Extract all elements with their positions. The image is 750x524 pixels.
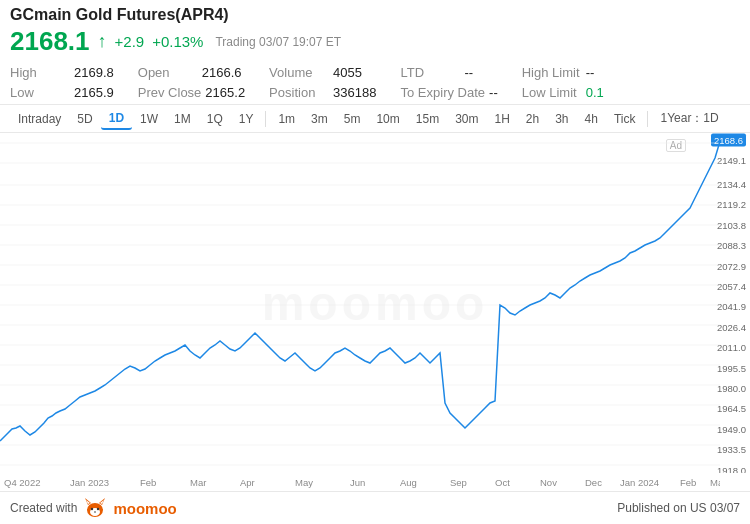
svg-text:Dec: Dec (585, 477, 602, 488)
y-label-15: 1933.5 (717, 444, 746, 455)
position-label: Position (269, 83, 329, 103)
btn-10min[interactable]: 10m (368, 109, 407, 129)
stat-group-open-prev: Open 2166.6 Prev Close 2165.2 (138, 63, 245, 102)
btn-4h[interactable]: 4h (577, 109, 606, 129)
prev-close-value: 2165.2 (205, 83, 245, 103)
svg-point-40 (94, 511, 96, 512)
moomoo-fox-icon (81, 498, 109, 518)
price-arrow-icon: ↑ (98, 31, 107, 52)
low-limit-label: Low Limit (522, 83, 582, 103)
btn-1w[interactable]: 1W (132, 109, 166, 129)
toolbar-separator-2 (647, 111, 648, 127)
svg-text:Oct: Oct (495, 477, 510, 488)
toolbar-separator-1 (265, 111, 266, 127)
y-label-3: 2119.2 (717, 199, 746, 210)
volume-value: 4055 (333, 63, 362, 83)
btn-3h[interactable]: 3h (547, 109, 576, 129)
moomoo-brand: moomoo (113, 500, 176, 517)
svg-point-39 (97, 508, 99, 510)
footer-right: Published on US 03/07 (617, 501, 740, 515)
y-label-14: 1949.0 (717, 423, 746, 434)
y-label-11: 1995.5 (717, 362, 746, 373)
ltd-value: -- (465, 63, 474, 83)
footer: Created with moomoo Pub (0, 491, 750, 524)
to-expiry-value: -- (489, 83, 498, 103)
volume-label: Volume (269, 63, 329, 83)
trading-info: Trading 03/07 19:07 ET (215, 35, 341, 49)
svg-text:Apr: Apr (240, 477, 255, 488)
y-label-2: 2134.4 (717, 179, 746, 190)
y-label-12: 1980.0 (717, 383, 746, 394)
stats-row: High 2169.8 Low 2165.9 Open 2166.6 Prev … (0, 59, 750, 104)
high-label: High (10, 63, 70, 83)
high-limit-label: High Limit (522, 63, 582, 83)
position-value: 336188 (333, 83, 376, 103)
btn-1min[interactable]: 1m (270, 109, 303, 129)
open-label: Open (138, 63, 198, 83)
y-label-13: 1964.5 (717, 403, 746, 414)
btn-1m[interactable]: 1M (166, 109, 199, 129)
btn-intraday[interactable]: Intraday (10, 109, 69, 129)
btn-2h[interactable]: 2h (518, 109, 547, 129)
stat-group-vol-pos: Volume 4055 Position 336188 (269, 63, 376, 102)
moomoo-logo: moomoo (81, 498, 176, 518)
svg-text:Jun: Jun (350, 477, 365, 488)
svg-text:Mar: Mar (710, 477, 720, 488)
prev-close-label: Prev Close (138, 83, 202, 103)
footer-left: Created with moomoo (10, 498, 177, 518)
svg-text:Mar: Mar (190, 477, 206, 488)
btn-15min[interactable]: 15m (408, 109, 447, 129)
chart-toolbar: Intraday 5D 1D 1W 1M 1Q 1Y 1m 3m 5m 10m … (0, 104, 750, 133)
svg-text:Feb: Feb (680, 477, 696, 488)
btn-1d[interactable]: 1D (101, 108, 132, 130)
svg-text:Aug: Aug (400, 477, 417, 488)
y-label-8: 2041.9 (717, 301, 746, 312)
symbol-title: GCmain Gold Futures(APR4) (10, 6, 229, 24)
stat-group-ltd: LTD -- To Expiry Date -- (401, 63, 498, 102)
btn-1y[interactable]: 1Y (231, 109, 262, 129)
svg-text:Nov: Nov (540, 477, 557, 488)
open-value: 2166.6 (202, 63, 242, 83)
x-axis: Q4 2022 Jan 2023 Feb Mar Apr May Jun Aug… (0, 473, 750, 491)
ltd-label: LTD (401, 63, 461, 83)
btn-5d[interactable]: 5D (69, 109, 100, 129)
header-section: GCmain Gold Futures(APR4) 2168.1 ↑ +2.9 … (0, 0, 750, 59)
y-label-5: 2088.3 (717, 240, 746, 251)
price-chart (0, 133, 720, 473)
y-label-7: 2057.4 (717, 281, 746, 292)
btn-1h[interactable]: 1H (486, 109, 517, 129)
y-label-9: 2026.4 (717, 321, 746, 332)
btn-3min[interactable]: 3m (303, 109, 336, 129)
btn-30min[interactable]: 30m (447, 109, 486, 129)
svg-text:Sep: Sep (450, 477, 467, 488)
chart-container: moomoo Ad 2168.6 2149.1 2134.4 2119.2 21… (0, 133, 750, 473)
svg-point-38 (91, 508, 93, 510)
y-label-10: 2011.0 (717, 342, 746, 353)
btn-1q[interactable]: 1Q (199, 109, 231, 129)
btn-1year-1d[interactable]: 1Year：1D (652, 107, 726, 130)
to-expiry-label: To Expiry Date (401, 83, 486, 103)
svg-text:Jan 2023: Jan 2023 (70, 477, 109, 488)
stat-group-high-low: High 2169.8 Low 2165.9 (10, 63, 114, 102)
y-label-16: 1918.0 (717, 464, 746, 473)
price-change-pct: +0.13% (152, 33, 203, 50)
high-limit-value: -- (586, 63, 595, 83)
high-value: 2169.8 (74, 63, 114, 83)
y-label-4: 2103.8 (717, 219, 746, 230)
main-price: 2168.1 (10, 26, 90, 57)
y-label-1: 2149.1 (717, 155, 746, 166)
low-label: Low (10, 83, 70, 103)
price-change: +2.9 (115, 33, 145, 50)
stat-group-limits: High Limit -- Low Limit 0.1 (522, 63, 604, 102)
svg-text:Q4 2022: Q4 2022 (4, 477, 40, 488)
low-limit-value: 0.1 (586, 83, 604, 103)
y-label-6: 2072.9 (717, 260, 746, 271)
svg-text:Feb: Feb (140, 477, 156, 488)
svg-text:May: May (295, 477, 313, 488)
svg-text:Jan 2024: Jan 2024 (620, 477, 659, 488)
btn-tick[interactable]: Tick (606, 109, 644, 129)
created-with-label: Created with (10, 501, 77, 515)
low-value: 2165.9 (74, 83, 114, 103)
btn-5min[interactable]: 5m (336, 109, 369, 129)
